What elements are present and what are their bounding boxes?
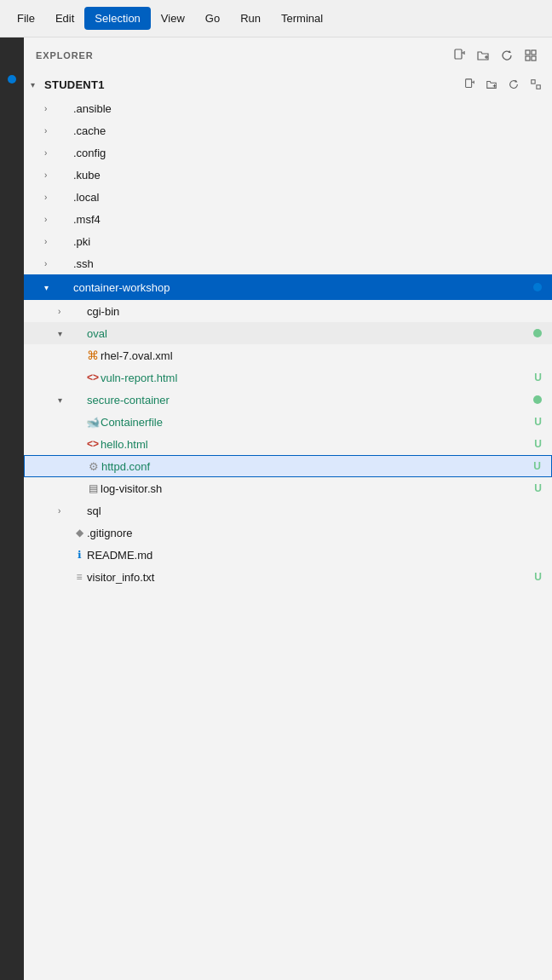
- label-secure-container: secure-container: [87, 394, 533, 406]
- gear-icon: ⚙: [86, 460, 101, 473]
- collapse-button[interactable]: [521, 46, 540, 65]
- chevron-sql: [58, 506, 72, 516]
- label-config: .config: [73, 147, 552, 159]
- badge-visitor-info: U: [534, 571, 542, 583]
- tree-item-cgi-bin[interactable]: cgi-bin: [24, 300, 552, 322]
- root-folder[interactable]: STUDENT1: [24, 72, 552, 97]
- tree-item-hello-html[interactable]: <> hello.html U: [24, 433, 552, 455]
- label-container-workshop: container-workshop: [73, 281, 533, 294]
- chevron-config: [44, 148, 58, 158]
- tree-item-secure-container[interactable]: secure-container: [24, 389, 552, 411]
- menu-file[interactable]: File: [7, 7, 45, 30]
- chevron-container-workshop: [44, 283, 58, 292]
- label-visitor-info: visitor_info.txt: [87, 571, 534, 584]
- root-collapse[interactable]: [526, 75, 545, 94]
- tree-item-vuln-report[interactable]: <> vuln-report.html U: [24, 366, 552, 389]
- tree-item-config[interactable]: .config: [24, 141, 552, 164]
- chevron-ansible: [44, 104, 58, 113]
- chevron-secure-container: [58, 395, 72, 405]
- menubar: File Edit Selection View Go Run Terminal: [0, 0, 552, 37]
- tree-item-containerfile[interactable]: 🐋 Containerfile U: [24, 411, 552, 433]
- svg-rect-6: [532, 50, 536, 55]
- label-httpd-conf: httpd.conf: [101, 460, 533, 473]
- menu-go[interactable]: Go: [195, 7, 230, 30]
- svg-rect-7: [526, 56, 530, 61]
- tree-item-sql[interactable]: sql: [24, 499, 552, 522]
- explorer-actions: [450, 46, 540, 65]
- chevron-kube: [44, 170, 58, 180]
- chevron-msf4: [44, 215, 58, 224]
- refresh-button[interactable]: [497, 46, 516, 65]
- menu-terminal[interactable]: Terminal: [271, 7, 333, 30]
- badge-httpd-conf: U: [533, 460, 541, 472]
- tree-item-ansible[interactable]: .ansible: [24, 97, 552, 119]
- label-ansible: .ansible: [73, 102, 552, 115]
- tree-item-httpd-conf[interactable]: ⚙ httpd.conf U: [24, 455, 552, 477]
- tree-item-gitignore[interactable]: ◆ .gitignore: [24, 522, 552, 544]
- tree-item-pki[interactable]: .pki: [24, 230, 552, 252]
- badge-log-visitor: U: [534, 482, 542, 494]
- sidebar: EXPLORER STUDENT1: [24, 37, 552, 980]
- badge-containerfile: U: [534, 416, 542, 428]
- label-kube: .kube: [73, 169, 552, 182]
- activity-indicator: [8, 75, 16, 84]
- new-folder-button[interactable]: [474, 46, 492, 65]
- label-msf4: .msf4: [73, 213, 552, 226]
- explorer-title: EXPLORER: [36, 50, 94, 61]
- tree-item-visitor-info[interactable]: ≡ visitor_info.txt U: [24, 566, 552, 588]
- chevron-oval: [58, 329, 72, 338]
- label-hello-html: hello.html: [101, 438, 534, 451]
- label-pki: .pki: [73, 235, 552, 248]
- chevron-local: [44, 193, 58, 202]
- tree-item-rhel-oval[interactable]: ⌘ rhel-7.oval.xml: [24, 344, 552, 366]
- tree-item-log-visitor[interactable]: ▤ log-visitor.sh U: [24, 477, 552, 499]
- tree-item-kube[interactable]: .kube: [24, 164, 552, 186]
- rss-icon: ⌘: [85, 349, 101, 362]
- label-local: .local: [73, 191, 552, 204]
- menu-edit[interactable]: Edit: [45, 7, 84, 30]
- activity-bar: [0, 37, 24, 980]
- info-icon: ℹ: [72, 549, 87, 561]
- html-icon-vuln: <>: [85, 372, 101, 383]
- menu-selection[interactable]: Selection: [84, 7, 150, 30]
- svg-rect-15: [537, 85, 540, 89]
- root-label: STUDENT1: [44, 78, 460, 91]
- svg-rect-9: [466, 79, 472, 88]
- chevron-cgi-bin: [58, 307, 72, 316]
- tree-item-ssh[interactable]: .ssh: [24, 252, 552, 274]
- tree-item-cache[interactable]: .cache: [24, 119, 552, 141]
- tree-item-container-workshop[interactable]: container-workshop: [24, 274, 552, 300]
- main-layout: EXPLORER STUDENT1: [0, 37, 552, 980]
- label-vuln-report: vuln-report.html: [101, 372, 534, 384]
- svg-rect-8: [532, 56, 536, 61]
- label-containerfile: Containerfile: [101, 416, 534, 429]
- label-ssh: .ssh: [73, 257, 552, 270]
- chevron-pki: [44, 237, 58, 246]
- root-new-file[interactable]: [460, 75, 479, 94]
- tree-item-local[interactable]: .local: [24, 186, 552, 208]
- chevron-ssh: [44, 259, 58, 268]
- root-icons: [460, 75, 545, 94]
- menu-run[interactable]: Run: [230, 7, 271, 30]
- badge-oval: [533, 329, 542, 337]
- label-cache: .cache: [73, 124, 552, 137]
- tree-item-oval[interactable]: oval: [24, 322, 552, 344]
- tree-item-readme[interactable]: ℹ README.md: [24, 544, 552, 566]
- new-file-button[interactable]: [450, 46, 469, 65]
- file-icon-log: ▤: [85, 482, 101, 494]
- file-tree: STUDENT1: [24, 72, 552, 980]
- label-oval: oval: [87, 327, 533, 340]
- lines-icon: ≡: [72, 571, 87, 583]
- menu-view[interactable]: View: [151, 7, 195, 30]
- badge-secure-container: [533, 395, 542, 404]
- root-refresh[interactable]: [504, 75, 523, 94]
- badge-hello-html: U: [534, 438, 542, 450]
- label-cgi-bin: cgi-bin: [87, 305, 552, 318]
- badge-container-workshop: [533, 283, 542, 291]
- label-readme: README.md: [87, 549, 552, 562]
- root-new-folder[interactable]: [482, 75, 501, 94]
- explorer-header: EXPLORER: [24, 37, 552, 72]
- svg-rect-0: [455, 49, 462, 59]
- tree-item-msf4[interactable]: .msf4: [24, 208, 552, 230]
- docker-icon: 🐋: [85, 416, 101, 429]
